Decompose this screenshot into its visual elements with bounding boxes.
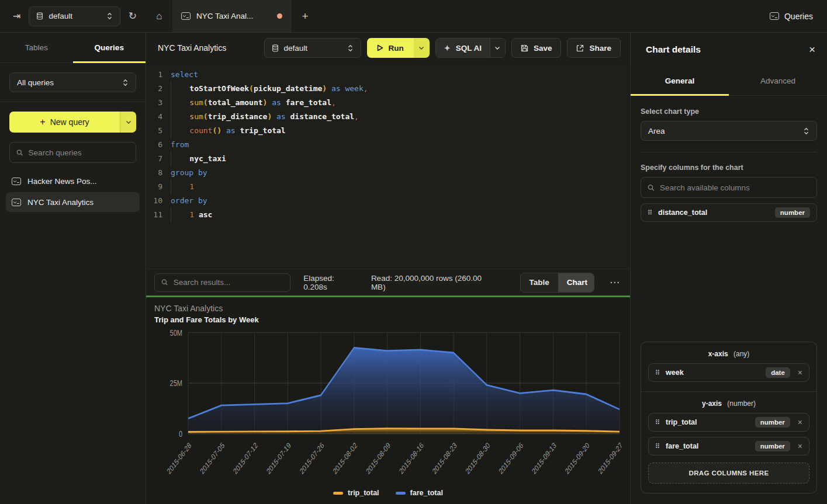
new-query-caret[interactable] [120, 112, 136, 133]
chart-title: NYC Taxi Analytics [154, 303, 622, 314]
tab-nyc-taxi-analytics[interactable]: NYC Taxi Anal... [173, 0, 291, 32]
svg-text:2015-08-02: 2015-08-02 [331, 440, 359, 476]
x-axis-title: x-axis [708, 350, 728, 358]
area-chart[interactable]: 025M50M2015-06-282015-07-052015-07-12201… [154, 326, 622, 488]
refresh-icon[interactable]: ↻ [129, 10, 137, 22]
queries-top-button[interactable]: Queries [770, 12, 813, 21]
database-icon [36, 12, 43, 20]
y-axis-column-trip-total[interactable]: ⠿ trip_total number × [648, 413, 809, 432]
code-line: 3 sum(total_amount) as fare_total, [146, 96, 630, 110]
available-column-distance-total[interactable]: ⠿ distance_total number [641, 203, 817, 222]
legend-item-trip_total[interactable]: trip_total [333, 489, 379, 497]
svg-text:2015-07-12: 2015-07-12 [232, 440, 259, 476]
line-number: 2 [146, 82, 171, 96]
x-axis-header: x-axis (any) [648, 350, 809, 358]
drag-handle-icon[interactable]: ⠿ [655, 369, 659, 377]
svg-text:0: 0 [179, 429, 182, 439]
database-selector[interactable]: default [29, 6, 120, 26]
column-type-badge: number [755, 441, 790, 451]
query-item-label: Hacker News Pos... [27, 177, 97, 186]
remove-column-icon[interactable]: × [797, 368, 802, 377]
remove-column-icon[interactable]: × [797, 442, 802, 451]
editor-database-selector[interactable]: default [264, 38, 361, 58]
x-axis-column-week[interactable]: ⠿ week date × [648, 363, 809, 382]
query-terminal-icon [181, 12, 191, 20]
svg-text:25M: 25M [170, 378, 182, 388]
run-caret[interactable] [414, 38, 430, 58]
svg-text:2015-07-19: 2015-07-19 [265, 440, 293, 476]
tab-label: NYC Taxi Anal... [196, 12, 271, 20]
line-number: 4 [146, 110, 171, 124]
elapsed-stat: Elapsed: 0.208s [303, 274, 358, 291]
results-search-input[interactable] [174, 278, 283, 287]
drag-columns-drop-zone[interactable]: DRAG COLUMNS HERE [648, 463, 809, 484]
svg-text:2015-09-27: 2015-09-27 [597, 440, 622, 476]
tab-strip: ⌂ NYC Taxi Anal... + [146, 0, 756, 32]
code-line: 7 nyc_taxi [146, 152, 630, 166]
columns-search-input[interactable] [660, 183, 810, 192]
query-terminal-icon [12, 178, 21, 185]
svg-text:2015-08-16: 2015-08-16 [398, 440, 425, 476]
drag-handle-icon[interactable]: ⠿ [655, 419, 659, 426]
save-button[interactable]: Save [511, 38, 562, 58]
editor-header: NYC Taxi Analytics default Run [146, 33, 630, 63]
sidebar-actions: + New query [0, 102, 146, 163]
column-name: trip_total [666, 418, 749, 426]
tab-general[interactable]: General [631, 67, 729, 95]
sidebar-tabs: Tables Queries [0, 33, 146, 63]
chart-section: NYC Taxi Analytics Trip and Fare Totals … [146, 297, 630, 504]
query-terminal-icon [12, 199, 21, 206]
columns-search-box[interactable] [641, 177, 817, 198]
line-number: 7 [146, 152, 171, 166]
results-search-box[interactable] [154, 273, 290, 292]
sidebar: Tables Queries All queries + New query [0, 33, 146, 504]
column-type-badge: number [755, 417, 790, 427]
drag-handle-icon[interactable]: ⠿ [648, 209, 652, 217]
chart-type-select[interactable]: Area [641, 121, 817, 141]
legend-item-fare_total[interactable]: fare_total [396, 489, 443, 497]
chart-type-label: Select chart type [641, 107, 817, 116]
table-view-tab[interactable]: Table [521, 273, 558, 292]
sql-ai-button[interactable]: ✦ SQL AI [435, 38, 506, 58]
sidebar-tab-queries[interactable]: Queries [73, 33, 146, 62]
svg-text:2015-08-30: 2015-08-30 [464, 440, 492, 476]
chart-view-tab[interactable]: Chart [558, 273, 594, 292]
home-button[interactable]: ⌂ [146, 0, 173, 32]
svg-text:2015-09-20: 2015-09-20 [564, 440, 591, 476]
remove-column-icon[interactable]: × [797, 418, 802, 427]
query-search-box[interactable] [9, 142, 136, 163]
query-filter-row: All queries [0, 63, 146, 102]
collapse-sidebar-icon[interactable]: ⇥ [13, 11, 20, 22]
column-type-badge: date [766, 367, 790, 378]
code-line: 2 toStartOfWeek(pickup_datetime) as week… [146, 82, 630, 96]
columns-label: Specify columns for the chart [641, 164, 817, 172]
query-search-input[interactable] [29, 148, 129, 157]
query-filter-value: All queries [17, 78, 117, 87]
query-list-item-hacker-news[interactable]: Hacker News Pos... [6, 171, 140, 191]
sql-editor[interactable]: 1select2 toStartOfWeek(pickup_datetime) … [146, 63, 630, 269]
drag-handle-icon[interactable]: ⠿ [655, 443, 659, 450]
query-item-label: NYC Taxi Analytics [27, 198, 94, 207]
more-options-icon[interactable]: ⋯ [607, 276, 622, 289]
query-list-item-nyc-taxi[interactable]: NYC Taxi Analytics [6, 192, 140, 212]
editor-database-value: default [284, 44, 342, 53]
sidebar-tab-tables[interactable]: Tables [0, 33, 73, 62]
share-button[interactable]: Share [567, 38, 621, 58]
query-filter-select[interactable]: All queries [9, 72, 136, 92]
svg-text:2015-08-23: 2015-08-23 [431, 440, 459, 476]
svg-text:2015-07-05: 2015-07-05 [199, 440, 226, 476]
y-axis-column-fare-total[interactable]: ⠿ fare_total number × [648, 437, 809, 456]
queries-top-label: Queries [784, 12, 813, 21]
close-icon[interactable]: × [809, 43, 815, 56]
new-tab-button[interactable]: + [291, 0, 319, 32]
chart-subtitle: Trip and Fare Totals by Week [154, 314, 622, 325]
panel-tabs: General Advanced [631, 67, 827, 96]
run-button[interactable]: Run [367, 38, 430, 58]
sql-ai-caret[interactable] [490, 39, 505, 57]
panel-body: Select chart type Area Specify columns f… [631, 96, 827, 504]
topbar-right: Queries [756, 0, 827, 32]
y-axis-title: y-axis [702, 399, 722, 408]
top-bar: ⇥ default ↻ ⌂ NYC Taxi Anal... + Queries [0, 0, 827, 33]
new-query-button[interactable]: + New query [9, 112, 136, 133]
tab-advanced[interactable]: Advanced [729, 67, 827, 95]
